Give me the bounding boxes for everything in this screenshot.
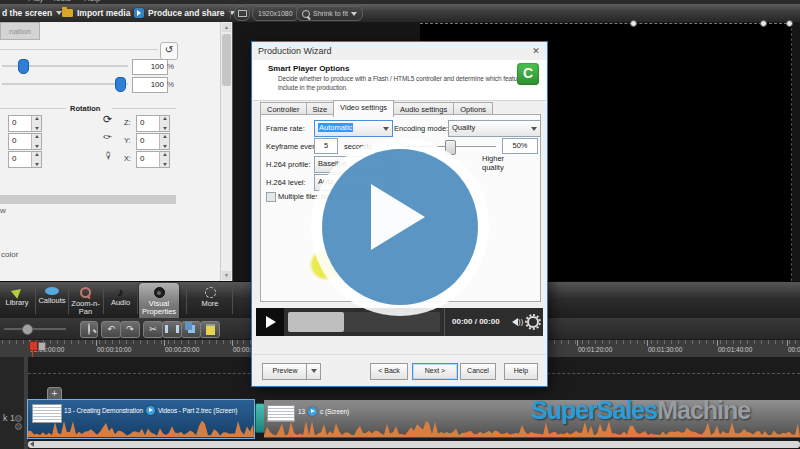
- scale-value-1[interactable]: 100: [132, 59, 168, 75]
- next-button[interactable]: Next >: [412, 363, 458, 380]
- h264-level-label: H.264 level:: [266, 178, 306, 187]
- selection-handle[interactable]: [630, 20, 637, 27]
- quality-value-input[interactable]: 50%: [502, 138, 538, 154]
- zoom-button[interactable]: [80, 321, 98, 338]
- frame-rate-select[interactable]: Automatic: [314, 120, 393, 137]
- playhead-marker[interactable]: [29, 341, 38, 351]
- percent-label: %: [167, 80, 174, 89]
- zoom-pan-icon: [80, 287, 91, 298]
- canvas-zoom-button[interactable]: Shrink to fit: [296, 6, 363, 21]
- tab-more[interactable]: More: [188, 284, 232, 320]
- scrollbar-thumb[interactable]: [222, 34, 231, 86]
- menu-item[interactable]: Help: [84, 0, 100, 3]
- callout-icon: [45, 287, 59, 295]
- video-play-overlay[interactable]: [311, 138, 489, 316]
- scale-slider-1-handle[interactable]: [18, 59, 29, 74]
- reset-button[interactable]: ↺: [160, 42, 178, 60]
- tab-visual-properties[interactable]: Visual Properties: [139, 284, 179, 320]
- track-lock-icon[interactable]: [15, 415, 22, 422]
- selection-handle[interactable]: [760, 20, 767, 27]
- clip-2-title-a: 13: [298, 408, 305, 415]
- chevron-down-icon: [531, 127, 537, 131]
- back-button[interactable]: < Back: [370, 363, 408, 380]
- partial-button[interactable]: nation: [0, 22, 40, 40]
- wizard-tab[interactable]: Video settings: [333, 100, 394, 117]
- track-visibility-icon[interactable]: [15, 423, 22, 430]
- toolbar-separator: [230, 7, 231, 19]
- paste-button[interactable]: [200, 321, 220, 338]
- rotation-y-spinner[interactable]: 0: [136, 133, 170, 150]
- editing-dimensions-button[interactable]: [234, 6, 250, 21]
- cancel-button[interactable]: Cancel: [460, 363, 496, 380]
- track-1-label: k 1: [3, 413, 15, 423]
- preview-dropdown-button[interactable]: [306, 363, 321, 380]
- strip-separator: [186, 288, 187, 314]
- tab-audio[interactable]: ♪ Audio: [104, 284, 137, 320]
- timeline-zoom-slider[interactable]: [4, 328, 66, 330]
- tab-zoom-n-pan[interactable]: Zoom-n- Pan: [69, 284, 102, 320]
- gear-icon[interactable]: [527, 316, 539, 328]
- close-icon[interactable]: ✕: [529, 45, 543, 57]
- scale-slider-2-handle[interactable]: [115, 77, 126, 92]
- produce-share-button[interactable]: Produce and share: [134, 4, 235, 22]
- rotation-z-spinner[interactable]: 0: [136, 115, 170, 132]
- dialog-description-line1: Decide whether to produce with a Flash /…: [278, 75, 533, 82]
- preview-play-button[interactable]: [256, 308, 284, 336]
- copy-icon: [188, 325, 195, 333]
- dialog-title: Production Wizard: [258, 46, 332, 56]
- clip-1-title-b: Videos - Part 2.trec (Screen): [158, 407, 237, 414]
- playhead-secondary-marker[interactable]: [38, 342, 46, 351]
- redo-button[interactable]: ↷: [120, 321, 140, 338]
- produce-share-label: Produce and share: [148, 8, 225, 18]
- preview-time-display: 00:00 / 00:00: [452, 317, 500, 326]
- position-spinner-3[interactable]: 0: [8, 151, 42, 168]
- tab-callouts[interactable]: Callouts: [36, 284, 68, 320]
- more-icon: [205, 287, 216, 298]
- scroll-down-icon[interactable]: ▼: [222, 271, 231, 280]
- play-badge-icon: [146, 406, 155, 415]
- position-spinner-2[interactable]: 0: [8, 133, 42, 150]
- keyframe-input[interactable]: 5: [314, 138, 338, 154]
- import-media-button[interactable]: Import media: [62, 4, 140, 22]
- panel-scrollbar[interactable]: ▲ ▼: [220, 22, 232, 281]
- frame-rate-label: Frame rate:: [266, 124, 305, 133]
- divider: [112, 108, 176, 109]
- timeline-zoom-handle[interactable]: [22, 324, 33, 335]
- ruler-timecode: 00:00:10:00: [97, 346, 131, 353]
- tab-library[interactable]: Library: [0, 284, 34, 320]
- dialog-heading: Smart Player Options: [268, 64, 349, 73]
- help-button[interactable]: Help: [504, 363, 538, 380]
- encoding-mode-select[interactable]: Quality: [448, 120, 541, 137]
- magnifier-icon: [302, 10, 310, 18]
- timeline-clip-1[interactable]: 13 - Creating Demonstration Videos - Par…: [28, 400, 254, 438]
- position-spinner-1[interactable]: 0: [8, 115, 42, 132]
- rotation-x-spinner[interactable]: 0: [136, 151, 170, 168]
- copy-button[interactable]: [181, 321, 201, 338]
- scroll-up-icon[interactable]: ▲: [222, 23, 231, 32]
- dimensions-icon: [238, 10, 247, 17]
- scale-slider-2[interactable]: [2, 83, 128, 85]
- selection-handle[interactable]: [786, 20, 793, 27]
- undo-button[interactable]: ↶: [101, 321, 121, 338]
- scroll-left-icon[interactable]: [30, 441, 34, 447]
- strip-separator: [232, 288, 233, 314]
- import-media-label: Import media: [77, 8, 130, 18]
- volume-icon[interactable]: )): [512, 317, 523, 326]
- scale-value-2[interactable]: 100: [132, 77, 168, 93]
- multiple-files-checkbox[interactable]: [266, 192, 276, 202]
- magnifier-icon: [88, 323, 90, 335]
- partial-button-label: nation: [9, 27, 31, 36]
- cut-button[interactable]: ✂: [143, 321, 163, 338]
- preview-button[interactable]: Preview: [262, 363, 308, 380]
- rotate-x-icon: ⟳: [104, 151, 111, 160]
- dialog-description-line2: include in the production.: [278, 84, 348, 91]
- watermark-gray: Machine: [657, 396, 750, 424]
- folder-icon: [62, 9, 73, 17]
- horizontal-scrollbar[interactable]: [28, 441, 800, 448]
- canvas-dimensions-button[interactable]: 1920x1080: [252, 6, 299, 21]
- split-button[interactable]: [162, 321, 182, 338]
- menu-item[interactable]: Play: [28, 0, 44, 3]
- preview-progress-bar[interactable]: [288, 312, 440, 332]
- record-screen-button[interactable]: d the screen: [2, 4, 62, 22]
- menu-item[interactable]: Tools: [52, 0, 71, 3]
